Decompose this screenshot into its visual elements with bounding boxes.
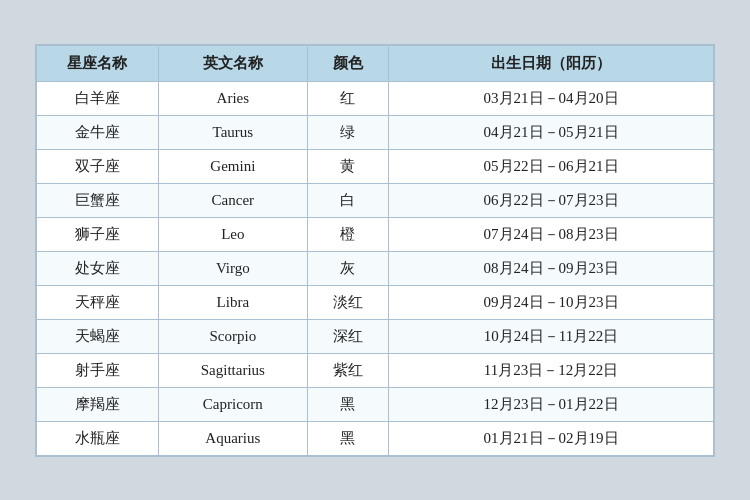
cell-zh: 金牛座 xyxy=(37,115,159,149)
table-header-row: 星座名称 英文名称 颜色 出生日期（阳历） xyxy=(37,45,714,81)
table-row: 天蝎座Scorpio深红10月24日－11月22日 xyxy=(37,319,714,353)
cell-zh: 巨蟹座 xyxy=(37,183,159,217)
cell-en: Aries xyxy=(158,81,307,115)
cell-date: 08月24日－09月23日 xyxy=(389,251,714,285)
table-row: 水瓶座Aquarius黑01月21日－02月19日 xyxy=(37,421,714,455)
cell-date: 06月22日－07月23日 xyxy=(389,183,714,217)
cell-en: Capricorn xyxy=(158,387,307,421)
header-date: 出生日期（阳历） xyxy=(389,45,714,81)
cell-color: 白 xyxy=(307,183,388,217)
cell-zh: 白羊座 xyxy=(37,81,159,115)
table-row: 天秤座Libra淡红09月24日－10月23日 xyxy=(37,285,714,319)
cell-color: 黑 xyxy=(307,421,388,455)
cell-color: 灰 xyxy=(307,251,388,285)
cell-en: Sagittarius xyxy=(158,353,307,387)
cell-en: Libra xyxy=(158,285,307,319)
table-row: 金牛座Taurus绿04月21日－05月21日 xyxy=(37,115,714,149)
cell-date: 11月23日－12月22日 xyxy=(389,353,714,387)
cell-en: Gemini xyxy=(158,149,307,183)
table-row: 狮子座Leo橙07月24日－08月23日 xyxy=(37,217,714,251)
cell-color: 深红 xyxy=(307,319,388,353)
cell-color: 淡红 xyxy=(307,285,388,319)
cell-date: 07月24日－08月23日 xyxy=(389,217,714,251)
cell-date: 12月23日－01月22日 xyxy=(389,387,714,421)
table-body: 白羊座Aries红03月21日－04月20日金牛座Taurus绿04月21日－0… xyxy=(37,81,714,455)
cell-color: 绿 xyxy=(307,115,388,149)
cell-en: Cancer xyxy=(158,183,307,217)
cell-zh: 射手座 xyxy=(37,353,159,387)
table-row: 处女座Virgo灰08月24日－09月23日 xyxy=(37,251,714,285)
table-row: 摩羯座Capricorn黑12月23日－01月22日 xyxy=(37,387,714,421)
header-zh: 星座名称 xyxy=(37,45,159,81)
cell-en: Virgo xyxy=(158,251,307,285)
cell-zh: 摩羯座 xyxy=(37,387,159,421)
cell-color: 黄 xyxy=(307,149,388,183)
cell-en: Aquarius xyxy=(158,421,307,455)
cell-zh: 双子座 xyxy=(37,149,159,183)
cell-date: 10月24日－11月22日 xyxy=(389,319,714,353)
cell-zh: 处女座 xyxy=(37,251,159,285)
table-row: 双子座Gemini黄05月22日－06月21日 xyxy=(37,149,714,183)
zodiac-table: 星座名称 英文名称 颜色 出生日期（阳历） 白羊座Aries红03月21日－04… xyxy=(36,45,714,456)
cell-en: Scorpio xyxy=(158,319,307,353)
cell-date: 01月21日－02月19日 xyxy=(389,421,714,455)
cell-zh: 天蝎座 xyxy=(37,319,159,353)
zodiac-table-wrapper: 星座名称 英文名称 颜色 出生日期（阳历） 白羊座Aries红03月21日－04… xyxy=(35,44,715,457)
cell-zh: 狮子座 xyxy=(37,217,159,251)
cell-color: 紫红 xyxy=(307,353,388,387)
cell-date: 09月24日－10月23日 xyxy=(389,285,714,319)
header-en: 英文名称 xyxy=(158,45,307,81)
cell-color: 橙 xyxy=(307,217,388,251)
cell-en: Taurus xyxy=(158,115,307,149)
cell-zh: 水瓶座 xyxy=(37,421,159,455)
cell-date: 04月21日－05月21日 xyxy=(389,115,714,149)
cell-date: 03月21日－04月20日 xyxy=(389,81,714,115)
table-row: 射手座Sagittarius紫红11月23日－12月22日 xyxy=(37,353,714,387)
table-row: 巨蟹座Cancer白06月22日－07月23日 xyxy=(37,183,714,217)
cell-color: 红 xyxy=(307,81,388,115)
cell-date: 05月22日－06月21日 xyxy=(389,149,714,183)
table-row: 白羊座Aries红03月21日－04月20日 xyxy=(37,81,714,115)
cell-color: 黑 xyxy=(307,387,388,421)
header-color: 颜色 xyxy=(307,45,388,81)
cell-en: Leo xyxy=(158,217,307,251)
cell-zh: 天秤座 xyxy=(37,285,159,319)
